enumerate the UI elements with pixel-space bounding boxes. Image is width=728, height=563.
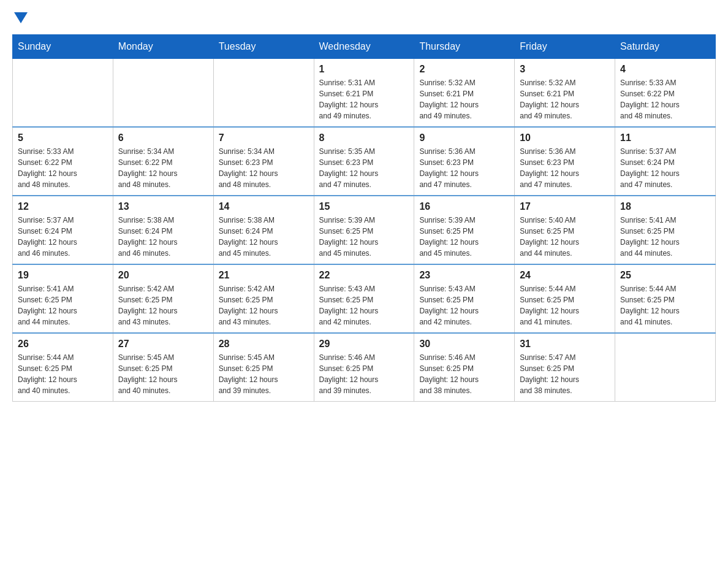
day-info: Sunrise: 5:45 AM Sunset: 6:25 PM Dayligh… — [219, 352, 309, 396]
day-number: 13 — [118, 201, 208, 212]
calendar-cell: 20Sunrise: 5:42 AM Sunset: 6:25 PM Dayli… — [113, 264, 213, 333]
calendar-cell: 15Sunrise: 5:39 AM Sunset: 6:25 PM Dayli… — [314, 196, 414, 264]
weekday-header-sunday: Sunday — [13, 35, 113, 59]
day-number: 4 — [620, 64, 710, 75]
calendar-cell: 30Sunrise: 5:46 AM Sunset: 6:25 PM Dayli… — [414, 333, 515, 402]
day-info: Sunrise: 5:43 AM Sunset: 6:25 PM Dayligh… — [319, 283, 409, 327]
calendar-cell: 12Sunrise: 5:37 AM Sunset: 6:24 PM Dayli… — [13, 196, 113, 264]
day-info: Sunrise: 5:32 AM Sunset: 6:21 PM Dayligh… — [419, 77, 509, 121]
calendar-week-2: 5Sunrise: 5:33 AM Sunset: 6:22 PM Daylig… — [13, 127, 716, 196]
day-info: Sunrise: 5:43 AM Sunset: 6:25 PM Dayligh… — [419, 283, 509, 327]
day-number: 23 — [419, 270, 509, 281]
day-number: 29 — [319, 339, 409, 350]
calendar-table: SundayMondayTuesdayWednesdayThursdayFrid… — [12, 34, 716, 402]
day-info: Sunrise: 5:33 AM Sunset: 6:22 PM Dayligh… — [18, 146, 108, 190]
day-info: Sunrise: 5:42 AM Sunset: 6:25 PM Dayligh… — [118, 283, 208, 327]
day-number: 1 — [319, 64, 409, 75]
day-number: 27 — [118, 339, 208, 350]
day-info: Sunrise: 5:40 AM Sunset: 6:25 PM Dayligh… — [520, 215, 610, 259]
day-number: 30 — [419, 339, 509, 350]
calendar-cell — [213, 59, 314, 128]
day-info: Sunrise: 5:31 AM Sunset: 6:21 PM Dayligh… — [319, 77, 409, 121]
calendar-cell: 17Sunrise: 5:40 AM Sunset: 6:25 PM Dayli… — [515, 196, 615, 264]
day-info: Sunrise: 5:44 AM Sunset: 6:25 PM Dayligh… — [620, 283, 710, 327]
calendar-cell: 10Sunrise: 5:36 AM Sunset: 6:23 PM Dayli… — [515, 127, 615, 196]
day-number: 25 — [620, 270, 710, 281]
day-info: Sunrise: 5:35 AM Sunset: 6:23 PM Dayligh… — [319, 146, 409, 190]
day-info: Sunrise: 5:36 AM Sunset: 6:23 PM Dayligh… — [520, 146, 610, 190]
calendar-week-1: 1Sunrise: 5:31 AM Sunset: 6:21 PM Daylig… — [13, 59, 716, 128]
day-info: Sunrise: 5:44 AM Sunset: 6:25 PM Dayligh… — [18, 352, 108, 396]
calendar-cell: 5Sunrise: 5:33 AM Sunset: 6:22 PM Daylig… — [13, 127, 113, 196]
day-number: 22 — [319, 270, 409, 281]
calendar-cell: 7Sunrise: 5:34 AM Sunset: 6:23 PM Daylig… — [213, 127, 314, 196]
calendar-cell: 22Sunrise: 5:43 AM Sunset: 6:25 PM Dayli… — [314, 264, 414, 333]
calendar-cell: 19Sunrise: 5:41 AM Sunset: 6:25 PM Dayli… — [13, 264, 113, 333]
calendar-cell: 4Sunrise: 5:33 AM Sunset: 6:22 PM Daylig… — [615, 59, 716, 128]
weekday-header-monday: Monday — [113, 35, 213, 59]
day-number: 17 — [520, 201, 610, 212]
calendar-cell: 11Sunrise: 5:37 AM Sunset: 6:24 PM Dayli… — [615, 127, 716, 196]
weekday-header-wednesday: Wednesday — [314, 35, 414, 59]
day-info: Sunrise: 5:45 AM Sunset: 6:25 PM Dayligh… — [118, 352, 208, 396]
day-number: 12 — [18, 201, 108, 212]
day-number: 28 — [219, 339, 309, 350]
day-info: Sunrise: 5:33 AM Sunset: 6:22 PM Dayligh… — [620, 77, 710, 121]
weekday-header-saturday: Saturday — [615, 35, 716, 59]
day-number: 21 — [219, 270, 309, 281]
day-number: 10 — [520, 132, 610, 144]
weekday-header-thursday: Thursday — [414, 35, 515, 59]
day-info: Sunrise: 5:34 AM Sunset: 6:22 PM Dayligh… — [118, 146, 208, 190]
logo-triangle-icon — [14, 12, 28, 23]
day-info: Sunrise: 5:38 AM Sunset: 6:24 PM Dayligh… — [118, 215, 208, 259]
page-header — [12, 12, 716, 22]
day-info: Sunrise: 5:34 AM Sunset: 6:23 PM Dayligh… — [219, 146, 309, 190]
day-number: 26 — [18, 339, 108, 350]
calendar-cell: 16Sunrise: 5:39 AM Sunset: 6:25 PM Dayli… — [414, 196, 515, 264]
day-info: Sunrise: 5:44 AM Sunset: 6:25 PM Dayligh… — [520, 283, 610, 327]
calendar-header-row: SundayMondayTuesdayWednesdayThursdayFrid… — [13, 35, 716, 59]
day-number: 3 — [520, 64, 610, 75]
calendar-week-5: 26Sunrise: 5:44 AM Sunset: 6:25 PM Dayli… — [13, 333, 716, 402]
day-number: 16 — [419, 201, 509, 212]
day-number: 11 — [620, 132, 710, 144]
calendar-cell: 14Sunrise: 5:38 AM Sunset: 6:24 PM Dayli… — [213, 196, 314, 264]
calendar-cell — [13, 59, 113, 128]
day-number: 24 — [520, 270, 610, 281]
logo — [12, 12, 28, 22]
calendar-cell: 21Sunrise: 5:42 AM Sunset: 6:25 PM Dayli… — [213, 264, 314, 333]
calendar-week-3: 12Sunrise: 5:37 AM Sunset: 6:24 PM Dayli… — [13, 196, 716, 264]
calendar-cell: 27Sunrise: 5:45 AM Sunset: 6:25 PM Dayli… — [113, 333, 213, 402]
day-info: Sunrise: 5:39 AM Sunset: 6:25 PM Dayligh… — [419, 215, 509, 259]
calendar-cell: 3Sunrise: 5:32 AM Sunset: 6:21 PM Daylig… — [515, 59, 615, 128]
day-number: 19 — [18, 270, 108, 281]
day-info: Sunrise: 5:36 AM Sunset: 6:23 PM Dayligh… — [419, 146, 509, 190]
calendar-cell: 9Sunrise: 5:36 AM Sunset: 6:23 PM Daylig… — [414, 127, 515, 196]
calendar-cell: 1Sunrise: 5:31 AM Sunset: 6:21 PM Daylig… — [314, 59, 414, 128]
day-info: Sunrise: 5:47 AM Sunset: 6:25 PM Dayligh… — [520, 352, 610, 396]
day-number: 2 — [419, 64, 509, 75]
calendar-week-4: 19Sunrise: 5:41 AM Sunset: 6:25 PM Dayli… — [13, 264, 716, 333]
calendar-cell: 18Sunrise: 5:41 AM Sunset: 6:25 PM Dayli… — [615, 196, 716, 264]
calendar-cell — [113, 59, 213, 128]
calendar-cell: 24Sunrise: 5:44 AM Sunset: 6:25 PM Dayli… — [515, 264, 615, 333]
calendar-cell: 26Sunrise: 5:44 AM Sunset: 6:25 PM Dayli… — [13, 333, 113, 402]
day-info: Sunrise: 5:38 AM Sunset: 6:24 PM Dayligh… — [219, 215, 309, 259]
day-number: 18 — [620, 201, 710, 212]
day-number: 20 — [118, 270, 208, 281]
day-number: 31 — [520, 339, 610, 350]
weekday-header-friday: Friday — [515, 35, 615, 59]
day-number: 7 — [219, 132, 309, 144]
calendar-cell: 31Sunrise: 5:47 AM Sunset: 6:25 PM Dayli… — [515, 333, 615, 402]
day-number: 14 — [219, 201, 309, 212]
day-info: Sunrise: 5:46 AM Sunset: 6:25 PM Dayligh… — [319, 352, 409, 396]
day-info: Sunrise: 5:41 AM Sunset: 6:25 PM Dayligh… — [620, 215, 710, 259]
day-info: Sunrise: 5:42 AM Sunset: 6:25 PM Dayligh… — [219, 283, 309, 327]
day-info: Sunrise: 5:37 AM Sunset: 6:24 PM Dayligh… — [620, 146, 710, 190]
day-info: Sunrise: 5:41 AM Sunset: 6:25 PM Dayligh… — [18, 283, 108, 327]
calendar-cell: 29Sunrise: 5:46 AM Sunset: 6:25 PM Dayli… — [314, 333, 414, 402]
day-info: Sunrise: 5:46 AM Sunset: 6:25 PM Dayligh… — [419, 352, 509, 396]
calendar-cell: 6Sunrise: 5:34 AM Sunset: 6:22 PM Daylig… — [113, 127, 213, 196]
calendar-cell: 8Sunrise: 5:35 AM Sunset: 6:23 PM Daylig… — [314, 127, 414, 196]
calendar-cell: 13Sunrise: 5:38 AM Sunset: 6:24 PM Dayli… — [113, 196, 213, 264]
